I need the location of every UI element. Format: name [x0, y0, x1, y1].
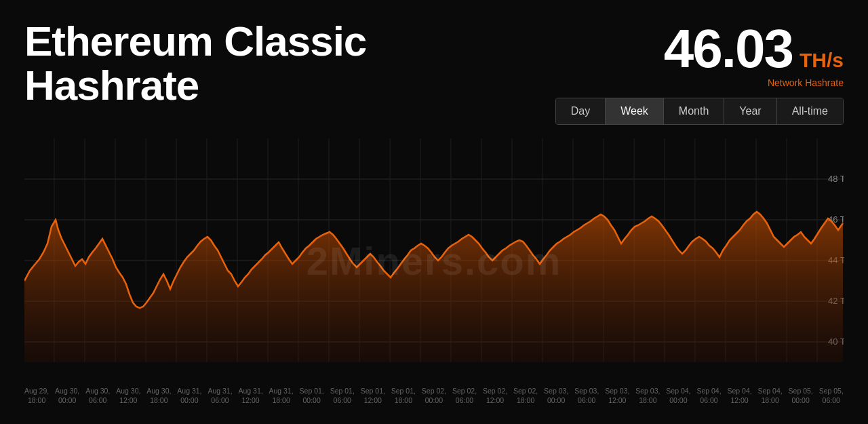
x-label: Aug 30,06:00	[85, 387, 110, 405]
hashrate-number: 46.03	[664, 22, 793, 76]
x-label: Sep 04,00:00	[666, 387, 690, 405]
x-label: Sep 02,06:00	[452, 387, 477, 405]
x-label: Sep 04,18:00	[758, 387, 783, 405]
x-label: Aug 31,12:00	[238, 387, 262, 405]
x-axis: Aug 29,18:00 Aug 30,00:00 Aug 30,06:00 A…	[24, 387, 844, 405]
x-label: Aug 31,18:00	[269, 387, 294, 405]
x-label: Aug 31,00:00	[177, 387, 201, 405]
chart-area: 48 Th/s 46 Th/s 44 Th/s 42 Th/s 40 Th/s …	[24, 138, 844, 383]
x-label: Sep 05,00:00	[789, 387, 813, 405]
x-label: Sep 04,12:00	[727, 387, 751, 405]
x-label: Sep 01,00:00	[300, 387, 324, 405]
tab-alltime[interactable]: All-time	[777, 98, 843, 124]
x-label: Sep 04,06:00	[696, 387, 721, 405]
stats-block: 46.03 TH/s Network Hashrate Day Week Mon…	[555, 19, 844, 125]
x-label: Sep 03,12:00	[605, 387, 629, 405]
tab-year[interactable]: Year	[724, 98, 776, 124]
page-container: Ethereum Classic Hashrate 46.03 TH/s Net…	[0, 0, 868, 424]
hashrate-unit: TH/s	[800, 50, 844, 71]
x-label: Aug 30,18:00	[146, 387, 171, 405]
x-label: Sep 03,06:00	[574, 387, 599, 405]
x-label: Sep 01,12:00	[361, 387, 385, 405]
x-label: Sep 02,00:00	[422, 387, 446, 405]
x-label: Sep 03,18:00	[635, 387, 660, 405]
x-label: Sep 03,00:00	[544, 387, 568, 405]
x-label: Aug 29,18:00	[24, 387, 49, 405]
x-label: Sep 01,06:00	[330, 387, 355, 405]
tab-month[interactable]: Month	[664, 98, 724, 124]
x-label: Sep 02,12:00	[483, 387, 507, 405]
time-tabs: Day Week Month Year All-time	[555, 98, 844, 125]
hashrate-label: Network Hashrate	[768, 77, 844, 88]
header: Ethereum Classic Hashrate 46.03 TH/s Net…	[0, 0, 868, 136]
hashrate-value: 46.03 TH/s	[664, 22, 844, 76]
x-label: Aug 31,06:00	[208, 387, 232, 405]
x-label: Aug 30,00:00	[55, 387, 79, 405]
x-label: Sep 02,18:00	[513, 387, 538, 405]
chart-svg: 48 Th/s 46 Th/s 44 Th/s 42 Th/s 40 Th/s	[24, 138, 844, 383]
tab-week[interactable]: Week	[606, 98, 664, 124]
tab-day[interactable]: Day	[556, 98, 606, 124]
x-label: Aug 30,12:00	[116, 387, 140, 405]
x-label: Sep 05,06:00	[819, 387, 844, 405]
title-block: Ethereum Classic Hashrate	[24, 19, 555, 107]
x-label: Sep 01,18:00	[391, 387, 416, 405]
page-title: Ethereum Classic Hashrate	[24, 19, 555, 107]
svg-text:48 Th/s: 48 Th/s	[828, 174, 844, 184]
